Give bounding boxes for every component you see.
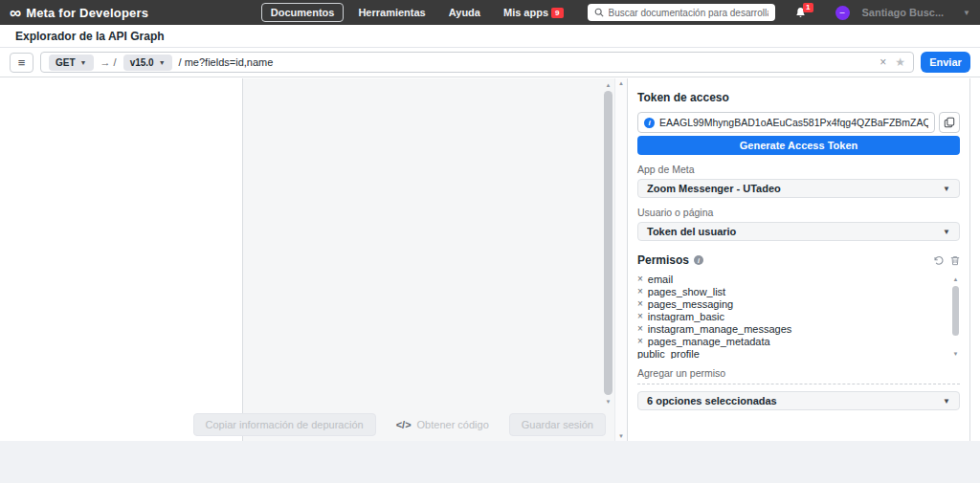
copy-debug-button[interactable]: Copiar información de depuración [193, 413, 376, 436]
menu-button[interactable]: ≡ [10, 53, 33, 73]
permissions-list: ×email×pages_show_list×pages_messaging×i… [637, 273, 960, 359]
star-icon[interactable]: ★ [895, 55, 905, 69]
permission-label: email [648, 274, 673, 285]
scroll-down-icon[interactable]: ▼ [603, 397, 613, 406]
remove-permission-icon[interactable]: × [637, 324, 643, 334]
chevron-down-icon: ▼ [943, 185, 950, 193]
version-label: v15.0 [130, 57, 154, 68]
search-input[interactable]: Buscar documentación para desarrolladore… [588, 4, 775, 21]
brand-text: Meta for Developers [26, 6, 148, 20]
outer-scrollbar[interactable]: ▲ ▼ [614, 78, 627, 441]
permission-item: ×pages_messaging [637, 297, 947, 310]
remove-permission-icon[interactable]: × [637, 287, 643, 296]
permission-label: pages_manage_metadata [648, 336, 770, 347]
app-select[interactable]: Zoom Messenger - UTadeo ▼ [637, 179, 960, 198]
subheader: Explorador de la API Graph [0, 25, 980, 48]
footer-strip [0, 441, 980, 483]
options-selected-value: 6 opciones seleccionadas [647, 395, 777, 406]
permission-item: ×instagram_manage_messages [637, 322, 947, 335]
permission-item: ×instagram_basic [637, 310, 947, 322]
nav-item-ayuda[interactable]: Ayuda [440, 4, 489, 21]
trash-icon[interactable] [950, 255, 960, 266]
brand[interactable]: ∞ Meta for Developers [10, 5, 148, 21]
user-name[interactable]: Santiago Busc... [862, 7, 945, 18]
method-label: GET [56, 57, 76, 68]
undo-icon[interactable] [932, 255, 944, 266]
chevron-down-icon: ▼ [80, 59, 87, 66]
clear-icon[interactable]: × [880, 55, 886, 69]
method-dropdown[interactable]: GET▼ [49, 55, 94, 71]
user-or-page-label: Usuario o página [637, 207, 960, 218]
search-icon [594, 8, 604, 17]
chevron-down-icon[interactable]: ▼ [963, 9, 970, 17]
scrollbar-thumb[interactable] [604, 91, 612, 395]
app-label: App de Meta [637, 164, 960, 175]
info-icon: i [644, 118, 655, 128]
user-or-page-select[interactable]: Token del usuario ▼ [637, 222, 960, 241]
permission-label: pages_messaging [648, 298, 733, 310]
scroll-down-icon[interactable]: ▼ [615, 431, 627, 441]
remove-permission-icon[interactable]: × [637, 337, 643, 346]
remove-permission-icon[interactable]: × [637, 274, 643, 284]
add-permission-select[interactable]: 6 opciones seleccionadas ▼ [637, 391, 960, 410]
permission-item: ×pages_manage_metadata [637, 335, 947, 347]
dashed-divider [637, 384, 960, 384]
remove-permission-icon[interactable]: × [637, 312, 643, 321]
meta-logo-icon: ∞ [10, 5, 21, 21]
permission-label: instagram_basic [648, 311, 724, 322]
token-panel: Token de acceso i EAAGL99MhyngBAD1oAEuCa… [628, 78, 970, 441]
notifications-button[interactable]: 1 [794, 7, 807, 19]
nav-item-herramientas[interactable]: Herramientas [349, 4, 434, 21]
request-bar: ≡ GET▼ → / v15.0▼ / me?fields=id,name × … [0, 48, 980, 77]
user-or-page-value: Token del usuario [647, 226, 736, 237]
arrow-slash: → / [100, 56, 117, 68]
permissions-scrollbar[interactable]: ▲ ▼ [951, 274, 960, 359]
get-code-button[interactable]: </> Obtener código [384, 413, 501, 436]
app-select-value: Zoom Messenger - UTadeo [647, 183, 781, 194]
token-panel-title: Token de acceso [637, 91, 960, 104]
permissions-title: Permisos [637, 253, 689, 267]
request-path-field[interactable]: GET▼ → / v15.0▼ / me?fields=id,name × ★ [40, 52, 914, 73]
nav-item-mis-apps[interactable]: Mis apps9 [495, 4, 572, 21]
add-permission-label: Agregar un permiso [637, 367, 960, 379]
generate-token-button[interactable]: Generate Access Token [637, 136, 960, 155]
main-content: ▲ ▼ ▲ ▼ Copiar información de depuración… [0, 78, 980, 441]
scroll-up-icon[interactable]: ▲ [951, 274, 960, 284]
left-panel [0, 78, 243, 441]
nav-links: Documentos Herramientas Ayuda Mis apps9 … [261, 3, 970, 22]
chevron-down-icon: ▼ [159, 59, 166, 66]
permission-item: public_profile [637, 347, 947, 359]
nav-item-documentos[interactable]: Documentos [261, 3, 345, 22]
permission-label: instagram_manage_messages [648, 323, 791, 335]
avatar[interactable]: – [835, 6, 850, 20]
copy-icon [944, 117, 955, 128]
scroll-up-icon[interactable]: ▲ [615, 78, 627, 88]
response-panel: ▲ ▼ ▲ ▼ Copiar información de depuración… [243, 78, 628, 441]
code-icon: </> [396, 419, 412, 430]
scroll-up-icon[interactable]: ▲ [603, 80, 613, 90]
page-title: Explorador de la API Graph [15, 30, 165, 43]
field-right-icons: × ★ [880, 55, 905, 69]
access-token-value: EAAGL99MhyngBAD1oAEuCas581Px4fqg4QZBaFZB… [659, 117, 928, 128]
token-row: i EAAGL99MhyngBAD1oAEuCas581Px4fqg4QZBaF… [637, 112, 960, 133]
copy-token-button[interactable] [939, 112, 960, 133]
remove-permission-icon[interactable]: × [637, 299, 643, 309]
access-token-field[interactable]: i EAAGL99MhyngBAD1oAEuCas581Px4fqg4QZBaF… [637, 112, 935, 133]
permission-item: ×email [637, 273, 947, 285]
scroll-down-icon[interactable]: ▼ [951, 349, 960, 359]
mis-apps-badge: 9 [551, 8, 563, 18]
save-session-button[interactable]: Guardar sesión [509, 413, 606, 436]
version-dropdown[interactable]: v15.0▼ [123, 55, 172, 71]
permission-item: ×pages_show_list [637, 285, 947, 297]
bell-badge: 1 [803, 3, 813, 12]
scrollbar-thumb[interactable] [952, 286, 959, 336]
response-scrollbar[interactable]: ▲ ▼ [603, 80, 613, 406]
permissions-actions [932, 255, 960, 266]
search-placeholder: Buscar documentación para desarrolladore… [609, 8, 768, 18]
nav-item-mis-apps-label: Mis apps [503, 7, 548, 18]
send-button[interactable]: Enviar [921, 52, 970, 73]
info-icon: i [694, 255, 703, 265]
permissions-header: Permisos i [637, 253, 960, 267]
chevron-down-icon: ▼ [943, 397, 950, 406]
chevron-down-icon: ▼ [943, 228, 950, 236]
